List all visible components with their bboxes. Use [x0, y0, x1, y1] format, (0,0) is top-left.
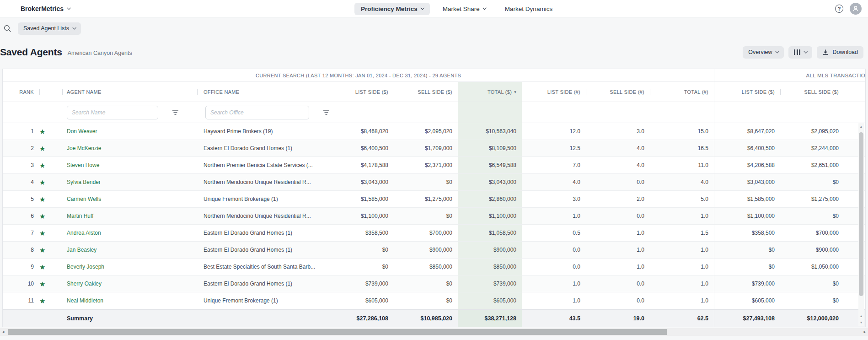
list-side-cnt-cell: 0.5	[522, 225, 586, 241]
favorite-star-icon[interactable]: ★	[39, 128, 45, 135]
nav-item-proficiency-metrics[interactable]: Proficiency Metrics	[354, 3, 430, 15]
agent-name-link[interactable]: Neal Middleton	[67, 297, 103, 304]
favorite-star-icon[interactable]: ★	[39, 264, 45, 270]
table-row: 5 ★ Carmen Wells Unique Fremont Brokerag…	[3, 191, 865, 208]
agent-name-link[interactable]: Beverly Joseph	[67, 264, 104, 270]
col-header-sell-side-cnt[interactable]: SELL SIDE (#)	[586, 82, 650, 102]
col-header-mls-list-side-amt[interactable]: LIST SIDE ($)	[714, 82, 780, 102]
summary-empty	[197, 310, 330, 327]
nav-item-market-dynamics[interactable]: Market Dynamics	[498, 3, 559, 15]
col-header-sell-side-amt[interactable]: SELL SIDE ($)	[394, 82, 458, 102]
office-filter-input[interactable]	[205, 106, 309, 119]
columns-icon	[794, 49, 800, 55]
mls-list-side-amt-cell: $1,100,000	[714, 208, 780, 224]
office-filter-icon[interactable]	[323, 110, 330, 115]
list-side-cnt-cell: 7.0	[522, 157, 586, 173]
col-header-rank[interactable]: RANK	[3, 82, 39, 102]
name-filter-icon[interactable]	[172, 110, 179, 115]
agent-name-link[interactable]: Carmen Wells	[67, 196, 101, 202]
table-row: 6 ★ Martin Huff Northern Mendocino Uniqu…	[3, 208, 865, 225]
rank-cell: 10	[3, 275, 39, 292]
vertical-scrollbar-thumb[interactable]	[859, 132, 863, 296]
total-cnt-cell: 5.0	[650, 191, 714, 207]
agent-name-link[interactable]: Sherry Oakley	[67, 281, 102, 287]
agent-name-link[interactable]: Andrea Alston	[67, 230, 101, 236]
help-icon[interactable]: ?	[835, 5, 843, 13]
agent-name-link[interactable]: Steven Howe	[67, 162, 99, 168]
mls-list-side-amt-cell: $0	[714, 259, 780, 275]
overview-dropdown[interactable]: Overview	[743, 46, 784, 59]
filter-empty	[39, 102, 62, 123]
table-row: 9 ★ Beverly Joseph Best Estate Specialti…	[3, 259, 865, 275]
brand-menu[interactable]: BrokerMetrics	[21, 0, 70, 17]
scroll-right-arrow[interactable]: ►	[862, 328, 868, 336]
scroll-down-arrow[interactable]: ▼	[858, 319, 864, 325]
agent-name-link[interactable]: Sylvia Bender	[67, 179, 101, 185]
col-header-list-side-amt[interactable]: LIST SIDE ($)	[330, 82, 394, 102]
favorite-star-icon[interactable]: ★	[39, 179, 45, 186]
favorite-star-icon[interactable]: ★	[39, 297, 45, 304]
col-header-list-side-cnt[interactable]: LIST SIDE (#)	[522, 82, 586, 102]
table-row: 4 ★ Sylvia Bender Northern Mendocino Uni…	[3, 174, 865, 191]
favorite-star-icon[interactable]: ★	[39, 145, 45, 152]
list-side-cnt-cell: 1.0	[522, 292, 586, 309]
rank-cell: 4	[3, 174, 39, 190]
agent-name-link[interactable]: Martin Huff	[67, 213, 93, 219]
office-name-cell: Northern Mendocino Unique Residential R.…	[204, 179, 311, 185]
favorite-star-icon[interactable]: ★	[39, 213, 45, 220]
office-name-cell: Eastern El Dorado Grand Homes (1)	[204, 230, 292, 236]
search-icon[interactable]	[4, 25, 11, 32]
help-glyph: ?	[838, 6, 841, 11]
sell-side-amt-cell: $0	[394, 292, 458, 309]
summary-sell-side-cnt: 19.0	[586, 310, 650, 327]
favorite-star-icon[interactable]: ★	[39, 281, 45, 287]
sell-side-cnt-cell: 1.0	[586, 242, 650, 258]
mls-sell-side-amt-cell: $0	[780, 275, 844, 292]
saved-agent-lists-dropdown[interactable]: Saved Agent Lists	[18, 22, 81, 35]
agent-name-link[interactable]: Jan Beasley	[67, 247, 96, 253]
office-name-cell: Eastern El Dorado Grand Homes (1)	[204, 281, 292, 287]
columns-toggle[interactable]	[788, 46, 812, 59]
avatar[interactable]	[850, 3, 862, 15]
col-header-mls-sell-side-amt[interactable]: SELL SIDE ($)	[780, 82, 844, 102]
brand-label: BrokerMetrics	[21, 5, 64, 12]
list-side-amt-cell: $4,178,588	[330, 157, 394, 173]
total-amt-cell: $2,860,000	[458, 191, 522, 207]
table-row: 7 ★ Andrea Alston Eastern El Dorado Gran…	[3, 225, 865, 242]
horizontal-scrollbar[interactable]: ◄ ►	[0, 328, 868, 336]
col-header-total-amt[interactable]: TOTAL ($) ▾	[458, 82, 522, 102]
nav-item-market-share[interactable]: Market Share	[436, 3, 492, 15]
sell-side-amt-cell: $2,371,000	[394, 157, 458, 173]
agents-table: CURRENT SEARCH (LAST 12 MONTHS: JAN 01, …	[2, 69, 866, 327]
favorite-star-icon[interactable]: ★	[39, 162, 45, 169]
rank-cell: 5	[3, 191, 39, 207]
office-name-cell: Best Estate Specialties of South Santa B…	[204, 264, 315, 270]
mls-list-side-amt-cell: $1,585,000	[714, 191, 780, 207]
horizontal-scrollbar-thumb[interactable]	[8, 329, 667, 335]
list-side-amt-cell: $1,585,000	[330, 191, 394, 207]
rank-cell: 2	[3, 140, 39, 157]
agent-name-link[interactable]: Don Weaver	[67, 128, 97, 135]
favorite-star-icon[interactable]: ★	[39, 196, 45, 203]
sell-side-cnt-cell: 3.0	[586, 123, 650, 140]
scroll-left-arrow[interactable]: ◄	[0, 328, 6, 336]
total-amt-cell: $1,100,000	[458, 208, 522, 224]
office-name-cell: Northern Mendocino Unique Residential R.…	[204, 213, 311, 219]
scroll-up-arrow-bottom[interactable]: ▲	[858, 313, 864, 318]
scroll-up-arrow[interactable]: ▲	[858, 124, 864, 129]
col-header-office-name[interactable]: OFFICE NAME	[197, 82, 330, 102]
favorite-star-icon[interactable]: ★	[39, 230, 45, 237]
sell-side-amt-cell: $1,709,000	[394, 140, 458, 157]
sell-side-amt-cell: $1,275,000	[394, 191, 458, 207]
vertical-scrollbar[interactable]: ▲ ▲ ▼	[858, 123, 864, 326]
col-header-agent-name[interactable]: AGENT NAME	[62, 82, 197, 102]
name-filter-input[interactable]	[67, 106, 158, 119]
table-row: 1 ★ Don Weaver Hayward Prime Brokers (19…	[3, 123, 865, 140]
download-button[interactable]: Download	[817, 46, 863, 59]
col-header-total-cnt[interactable]: TOTAL (#)	[650, 82, 714, 102]
summary-mls-list-side-amt: $27,493,108	[714, 310, 780, 327]
filter-office-cell	[197, 102, 330, 123]
agent-name-link[interactable]: Joe McKenzie	[67, 145, 101, 151]
favorite-star-icon[interactable]: ★	[39, 247, 45, 254]
mls-sell-side-amt-cell: $1,275,000	[780, 191, 844, 207]
